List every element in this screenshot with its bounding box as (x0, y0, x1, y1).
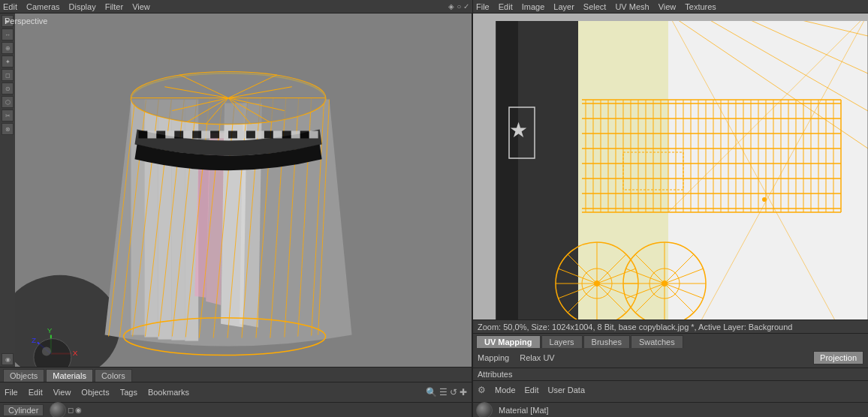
svg-rect-47 (210, 130, 219, 138)
top-menubar: Edit Cameras Display Filter View ◈ ○ ✓ F… (0, 0, 868, 14)
attributes-panel: Attributes ⚙ Mode Edit User Data (473, 368, 868, 402)
bottom-toolbar: File Edit View Objects Tags Bookmarks 🔍 … (0, 382, 472, 402)
uv-bottom-right: Projection (813, 351, 863, 364)
svg-rect-41 (156, 130, 165, 138)
mode-btn[interactable]: Mode (495, 386, 516, 394)
viewport-icons: ◈ ○ ✓ (448, 2, 469, 10)
menu-edit-right[interactable]: Edit (499, 2, 513, 11)
toolbar-btn-5[interactable]: ◻ (2, 69, 14, 81)
search-area: 🔍 ☰ ↺ ✚ (426, 387, 467, 398)
menu-edit-bottom[interactable]: Edit (29, 388, 43, 397)
left-toolbar: ▶ ↔ ⊕ ✦ ◻ ⊙ ⬡ ✂ ⊗ ◉ (0, 14, 15, 367)
svg-rect-42 (165, 130, 174, 138)
attributes-icon: ⚙ (478, 385, 486, 395)
menu-file-right[interactable]: File (476, 2, 490, 11)
svg-rect-54 (273, 130, 282, 138)
menu-objects-bottom[interactable]: Objects (81, 388, 109, 397)
svg-rect-43 (174, 130, 183, 138)
svg-rect-53 (264, 130, 273, 138)
uv-relax-btn[interactable]: Relax UV (520, 353, 554, 362)
uv-status-text: Zoom: 50,0%, Size: 1024x1004, 8 Bit, bas… (478, 322, 792, 332)
menu-textures[interactable]: Textures (685, 2, 716, 11)
uv-mapping-btn[interactable]: Mapping (478, 353, 509, 362)
right-menubar: File Edit Image Layer Select UV Mesh Vie… (473, 0, 868, 13)
filter-icon[interactable]: ☰ (439, 387, 448, 398)
main-area: ▶ ↔ ⊕ ✦ ◻ ⊙ ⬡ ✂ ⊗ ◉ Perspective (0, 14, 868, 417)
viewport-label: Perspective (5, 16, 47, 26)
svg-rect-56 (291, 130, 300, 138)
edit-btn-attr[interactable]: Edit (525, 386, 539, 394)
object-icon-1[interactable]: ◻ (68, 406, 74, 414)
menu-display[interactable]: Display (69, 2, 96, 11)
svg-rect-51 (246, 130, 255, 138)
uv-viewport[interactable]: ★ (473, 14, 868, 320)
menu-uv-mesh[interactable]: UV Mesh (615, 2, 649, 11)
material-name: Material [Mat] (499, 406, 549, 415)
menu-tags-bottom[interactable]: Tags (120, 388, 137, 397)
left-bottom: Objects Materials Colors File Edit View … (0, 367, 472, 402)
toolbar-btn-3[interactable]: ⊕ (2, 42, 14, 54)
toolbar-btn-7[interactable]: ⬡ (2, 96, 14, 108)
tab-objects[interactable]: Objects (3, 369, 44, 382)
menu-filter[interactable]: Filter (105, 2, 123, 11)
tab-layers[interactable]: Layers (541, 335, 583, 348)
svg-point-151 (662, 280, 668, 286)
uv-status-bar: Zoom: 50,0%, Size: 1024x1004, 8 Bit, bas… (473, 320, 868, 333)
left-menubar: Edit Cameras Display Filter View ◈ ○ ✓ (0, 0, 473, 13)
tab-materials[interactable]: Materials (46, 369, 93, 382)
toolbar-btn-bottom[interactable]: ◉ (2, 353, 14, 365)
object-icons: ◻ ◉ (50, 402, 82, 418)
menu-view-bottom[interactable]: View (53, 388, 71, 397)
menu-select[interactable]: Select (583, 2, 607, 11)
svg-rect-161 (473, 14, 496, 320)
svg-rect-73 (496, 14, 518, 320)
svg-point-68 (42, 347, 51, 356)
svg-rect-55 (282, 130, 291, 138)
menu-layer[interactable]: Layer (553, 2, 574, 11)
projection-button[interactable]: Projection (813, 351, 863, 364)
tab-uv-mapping[interactable]: UV Mapping (476, 335, 541, 348)
svg-rect-57 (300, 130, 309, 138)
object-name: Cylinder (3, 404, 44, 416)
menu-view-left[interactable]: View (132, 2, 150, 11)
svg-rect-45 (192, 130, 201, 138)
menu-file-bottom[interactable]: File (5, 388, 18, 397)
svg-rect-52 (255, 130, 264, 138)
viewport-3d[interactable]: ▶ ↔ ⊕ ✦ ◻ ⊙ ⬡ ✂ ⊗ ◉ Perspective (0, 14, 472, 367)
svg-rect-46 (201, 130, 210, 138)
svg-text:Z: Z (32, 336, 36, 344)
user-data-btn[interactable]: User Data (548, 386, 586, 394)
search-icon[interactable]: 🔍 (426, 387, 437, 398)
object-row: Cylinder ◻ ◉ (0, 402, 472, 417)
tab-colors[interactable]: Colors (95, 369, 132, 382)
right-panel: ★ (473, 14, 868, 417)
svg-point-136 (594, 280, 600, 286)
uv-canvas-svg: ★ (473, 14, 868, 320)
toolbar-btn-9[interactable]: ⊗ (2, 123, 14, 135)
add-icon[interactable]: ✚ (460, 387, 467, 398)
uv-bottom-toolbar: Mapping Relax UV Projection (473, 348, 868, 368)
viewport-svg: X Y Z (15, 14, 472, 367)
object-icon-2[interactable]: ◉ (75, 406, 82, 414)
menu-bookmarks-bottom[interactable]: Bookmarks (148, 388, 189, 397)
svg-rect-162 (473, 14, 868, 21)
tab-brushes[interactable]: Brushes (583, 335, 630, 348)
toolbar-btn-8[interactable]: ✂ (2, 110, 14, 122)
svg-rect-40 (147, 130, 156, 138)
attributes-label: Attributes (473, 368, 868, 381)
material-row: Material [Mat] (473, 402, 868, 417)
toolbar-btn-2[interactable]: ↔ (2, 28, 14, 40)
material-sphere[interactable] (476, 402, 493, 418)
svg-rect-39 (138, 130, 147, 138)
menu-view-right[interactable]: View (659, 2, 677, 11)
material-preview[interactable] (50, 402, 66, 418)
menu-image[interactable]: Image (522, 2, 545, 11)
menu-edit[interactable]: Edit (3, 2, 17, 11)
uv-tabs: UV Mapping Layers Brushes Swatches (473, 333, 868, 348)
tab-swatches[interactable]: Swatches (631, 335, 683, 348)
toolbar-btn-4[interactable]: ✦ (2, 56, 14, 68)
refresh-icon[interactable]: ↺ (450, 387, 457, 398)
toolbar-btn-6[interactable]: ⊙ (2, 82, 14, 94)
svg-rect-50 (237, 130, 246, 138)
menu-cameras[interactable]: Cameras (26, 2, 60, 11)
